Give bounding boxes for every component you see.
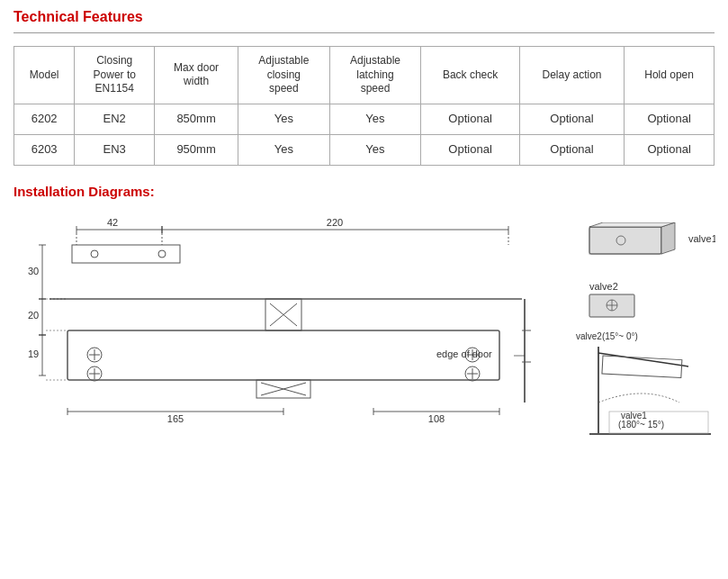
cell-model: 6202 xyxy=(14,104,75,134)
cell-delay-action: Optional xyxy=(519,134,624,165)
table-row: 6202 EN2 850mm Yes Yes Optional Optional… xyxy=(14,104,715,134)
cell-width: 950mm xyxy=(155,134,238,165)
cell-latching-speed: Yes xyxy=(329,104,421,134)
main-diagram: 42 220 30 20 xyxy=(22,213,553,439)
svg-text:19: 19 xyxy=(28,348,39,359)
technical-features-section: Technical Features Model ClosingPower to… xyxy=(13,9,715,166)
svg-text:edge of door: edge of door xyxy=(436,348,492,359)
features-table: Model ClosingPower toEN1154 Max doorwidt… xyxy=(13,46,715,166)
svg-rect-27 xyxy=(67,330,499,380)
cell-hold-open: Optional xyxy=(625,134,715,165)
technical-features-title: Technical Features xyxy=(13,9,715,25)
cell-delay-action: Optional xyxy=(519,104,624,134)
cell-closing-speed: Yes xyxy=(238,104,329,134)
col-hold-open: Hold open xyxy=(625,47,715,104)
svg-text:30: 30 xyxy=(28,266,39,276)
col-delay-action: Delay action xyxy=(519,47,624,104)
col-closing-power: ClosingPower toEN1154 xyxy=(75,47,155,104)
table-header-row: Model ClosingPower toEN1154 Max doorwidt… xyxy=(14,47,715,104)
side-diagrams: valve1 valve2 valve2(15°~ 0°) xyxy=(571,213,715,439)
svg-marker-64 xyxy=(661,222,675,254)
cell-back-check: Optional xyxy=(421,104,520,134)
cell-width: 850mm xyxy=(155,104,238,134)
col-adj-closing: Adjustableclosingspeed xyxy=(238,47,329,104)
cell-model: 6203 xyxy=(14,134,75,165)
svg-marker-65 xyxy=(589,222,675,227)
svg-text:108: 108 xyxy=(428,413,445,424)
svg-text:valve2: valve2 xyxy=(589,281,618,292)
cell-hold-open: Optional xyxy=(625,104,715,134)
cell-closing-speed: Yes xyxy=(238,134,329,165)
cell-en: EN3 xyxy=(75,134,155,165)
svg-text:valve2(15°~ 0°): valve2(15°~ 0°) xyxy=(576,331,638,341)
col-max-door: Max doorwidth xyxy=(155,47,238,104)
svg-rect-23 xyxy=(72,245,180,263)
side-svg: valve1 valve2 valve2(15°~ 0°) xyxy=(571,222,715,439)
table-row: 6203 EN3 950mm Yes Yes Optional Optional… xyxy=(14,134,715,165)
cell-en: EN2 xyxy=(75,104,155,134)
installation-title: Installation Diagrams: xyxy=(13,184,715,199)
col-model: Model xyxy=(14,47,75,104)
svg-text:165: 165 xyxy=(167,413,184,424)
cell-back-check: Optional xyxy=(421,134,520,165)
col-adj-latching: Adjustablelatchingspeed xyxy=(329,47,421,104)
col-back-check: Back check xyxy=(421,47,520,104)
installation-section: Installation Diagrams: 42 220 xyxy=(13,184,715,439)
svg-text:(180°~ 15°): (180°~ 15°) xyxy=(618,420,664,430)
cell-latching-speed: Yes xyxy=(329,134,421,165)
svg-text:valve1: valve1 xyxy=(688,233,715,244)
section-divider xyxy=(13,32,715,33)
svg-point-24 xyxy=(91,250,98,258)
svg-point-25 xyxy=(158,250,166,258)
svg-text:20: 20 xyxy=(28,310,39,321)
svg-text:220: 220 xyxy=(327,217,343,228)
main-svg: 42 220 30 20 xyxy=(22,213,553,439)
diagram-container: 42 220 30 20 xyxy=(13,213,715,439)
svg-text:42: 42 xyxy=(107,217,118,228)
